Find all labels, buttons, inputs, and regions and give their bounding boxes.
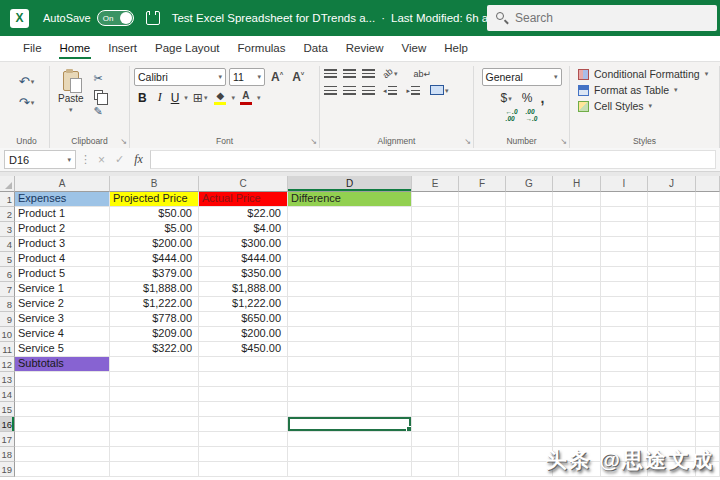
cell-F10[interactable] [459,327,506,342]
column-header-A[interactable]: A [15,176,110,192]
increase-font-size-button[interactable]: A˄ [268,70,286,84]
cell-J5[interactable] [648,252,696,267]
borders-button[interactable]: ⊞▾ [191,91,210,105]
save-icon[interactable] [146,11,160,25]
cell-F19[interactable] [459,462,506,477]
cell-pad-5[interactable] [696,252,720,267]
search-input[interactable] [515,11,695,25]
cell-B12[interactable] [110,357,199,372]
row-header-5[interactable]: 5 [0,252,15,267]
column-header-J[interactable]: J [648,176,696,192]
cell-E15[interactable] [412,402,459,417]
cell-J8[interactable] [648,297,696,312]
excel-app-icon[interactable]: X [10,9,29,28]
cell-I1[interactable] [601,192,648,207]
comma-style-button[interactable]: , [540,90,544,106]
fill-color-button[interactable]: ◆ [212,91,228,105]
cell-A17[interactable] [15,432,110,447]
cell-B11[interactable]: $322.00 [110,342,199,357]
cell-A1[interactable]: Expenses [15,192,110,207]
cell-J12[interactable] [648,357,696,372]
cell-I11[interactable] [601,342,648,357]
document-title[interactable]: Test Excel Spreadsheet for DTrends a... … [172,12,511,24]
cell-J9[interactable] [648,312,696,327]
cell-E2[interactable] [412,207,459,222]
cell-E17[interactable] [412,432,459,447]
font-name-select[interactable]: Calibri ▾ [134,68,226,86]
cell-I9[interactable] [601,312,648,327]
column-header-B[interactable]: B [110,176,199,192]
cell-B5[interactable]: $444.00 [110,252,199,267]
cell-D5[interactable] [288,252,412,267]
cell-C5[interactable]: $444.00 [199,252,288,267]
cell-C11[interactable]: $450.00 [199,342,288,357]
cell-J1[interactable] [648,192,696,207]
cell-B10[interactable]: $209.00 [110,327,199,342]
row-header-2[interactable]: 2 [0,207,15,222]
cell-A11[interactable]: Service 5 [15,342,110,357]
row-header-7[interactable]: 7 [0,282,15,297]
increase-decimal-button[interactable]: ←.0.00 [506,109,518,122]
cell-F6[interactable] [459,267,506,282]
chevron-down-icon[interactable]: ▾ [257,94,261,102]
column-header-partial[interactable] [696,176,720,192]
cell-G17[interactable] [506,432,553,447]
cell-J15[interactable] [648,402,696,417]
search-bar[interactable] [487,5,717,31]
cell-E4[interactable] [412,237,459,252]
cell-E10[interactable] [412,327,459,342]
cell-I5[interactable] [601,252,648,267]
cell-J2[interactable] [648,207,696,222]
tab-formulas[interactable]: Formulas [229,37,295,61]
row-header-3[interactable]: 3 [0,222,15,237]
cell-J7[interactable] [648,282,696,297]
cell-C8[interactable]: $1,222.00 [199,297,288,312]
cell-pad-2[interactable] [696,207,720,222]
cell-D10[interactable] [288,327,412,342]
cell-B14[interactable] [110,387,199,402]
font-dialog-launcher-icon[interactable]: ↘ [310,138,317,146]
cell-B3[interactable]: $5.00 [110,222,199,237]
cell-pad-15[interactable] [696,402,720,417]
cell-E18[interactable] [412,447,459,462]
cell-E12[interactable] [412,357,459,372]
cell-pad-14[interactable] [696,387,720,402]
cell-J6[interactable] [648,267,696,282]
cell-E8[interactable] [412,297,459,312]
cell-E5[interactable] [412,252,459,267]
tab-review[interactable]: Review [337,37,393,61]
cell-C17[interactable] [199,432,288,447]
cell-H3[interactable] [553,222,601,237]
cell-A2[interactable]: Product 1 [15,207,110,222]
cell-A13[interactable] [15,372,110,387]
cell-F16[interactable] [459,417,506,432]
cell-A18[interactable] [15,447,110,462]
cell-G9[interactable] [506,312,553,327]
cell-J17[interactable] [648,432,696,447]
tab-data[interactable]: Data [295,37,337,61]
cell-I7[interactable] [601,282,648,297]
tab-page-layout[interactable]: Page Layout [146,37,229,61]
row-header-4[interactable]: 4 [0,237,15,252]
cell-B15[interactable] [110,402,199,417]
cell-B19[interactable] [110,462,199,477]
format-painter-button[interactable]: ✎ [92,105,110,118]
cell-pad-8[interactable] [696,297,720,312]
row-header-10[interactable]: 10 [0,327,15,342]
cell-H1[interactable] [553,192,601,207]
cell-E6[interactable] [412,267,459,282]
cell-F2[interactable] [459,207,506,222]
cut-button[interactable]: ✂ [92,72,110,85]
cell-B16[interactable] [110,417,199,432]
row-header-16[interactable]: 16 [0,417,15,432]
cell-G3[interactable] [506,222,553,237]
cell-C18[interactable] [199,447,288,462]
align-bottom-icon[interactable] [362,69,375,78]
cell-F1[interactable] [459,192,506,207]
accounting-format-button[interactable]: $▾ [499,91,514,105]
number-dialog-launcher-icon[interactable]: ↘ [560,138,567,146]
decrease-font-size-button[interactable]: A˅ [289,70,307,84]
tab-view[interactable]: View [393,37,436,61]
row-header-9[interactable]: 9 [0,312,15,327]
merge-center-button[interactable]: ▾ [428,84,451,96]
